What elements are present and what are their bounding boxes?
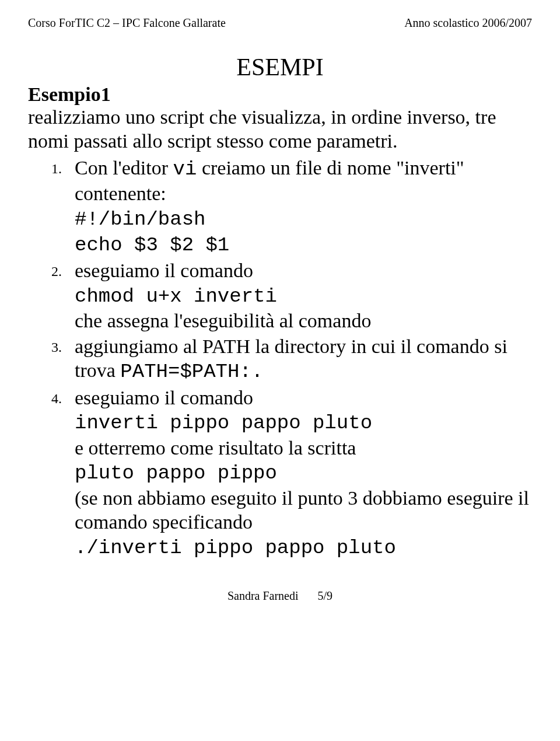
item-text: che assegna l'eseguibilità al comando: [75, 310, 371, 331]
steps-list: 1. Con l'editor vi creiamo un file di no…: [51, 156, 532, 561]
code-line: ./inverti pippo pappo pluto: [75, 537, 396, 559]
page-footer: Sandra Farnedi 5/9: [28, 589, 532, 603]
list-item: 2. eseguiamo il comando chmod u+x invert…: [51, 258, 532, 333]
item-text: eseguiamo il comando: [75, 260, 253, 281]
item-text: eseguiamo il comando: [75, 387, 253, 408]
code-line: inverti pippo pappo pluto: [75, 412, 372, 434]
item-text: Con l'editor: [75, 157, 173, 179]
code-inline: PATH=$PATH:.: [120, 361, 263, 383]
footer-page-number: 5/9: [318, 589, 333, 603]
code-line: echo $3 $2 $1: [75, 234, 229, 256]
item-number: 4.: [51, 390, 62, 407]
intro-paragraph: realizziamo uno script che visualizza, i…: [28, 106, 532, 153]
item-text: (se non abbiamo eseguito il punto 3 dobb…: [75, 487, 529, 533]
header-right: Anno scolastico 2006/2007: [404, 16, 532, 30]
item-number: 2.: [51, 263, 62, 280]
code-line: pluto pappo pippo: [75, 462, 277, 484]
page-header: Corso ForTIC C2 – IPC Falcone Gallarate …: [28, 16, 532, 30]
list-item: 4. eseguiamo il comando inverti pippo pa…: [51, 386, 532, 560]
document-title: ESEMPI: [28, 53, 532, 81]
list-item: 1. Con l'editor vi creiamo un file di no…: [51, 156, 532, 258]
example-heading: Esempio1: [28, 83, 532, 106]
item-number: 3.: [51, 339, 62, 356]
list-item: 3. aggiungiamo al PATH la directory in c…: [51, 334, 532, 385]
header-left: Corso ForTIC C2 – IPC Falcone Gallarate: [28, 16, 226, 30]
code-line: chmod u+x inverti: [75, 285, 277, 307]
item-number: 1.: [51, 160, 62, 177]
code-line: #!/bin/bash: [75, 208, 205, 230]
page: Corso ForTIC C2 – IPC Falcone Gallarate …: [0, 0, 560, 614]
item-text: e otterremo come risultato la scritta: [75, 437, 356, 459]
footer-author: Sandra Farnedi: [228, 589, 299, 602]
code-inline: vi: [173, 158, 197, 180]
